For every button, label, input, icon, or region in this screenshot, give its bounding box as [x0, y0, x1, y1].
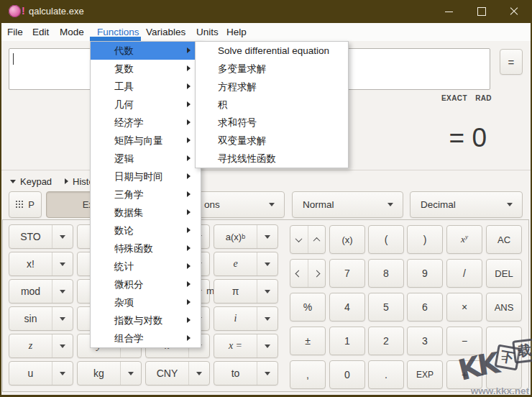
parenthesize-button[interactable]: (x) [329, 225, 365, 254]
ac-button[interactable]: AC [486, 225, 522, 254]
menu-item-combinatorics[interactable]: 组合学 [91, 329, 201, 347]
dropdown-arrow-icon[interactable] [257, 307, 278, 330]
right-paren-button[interactable]: ) [407, 225, 443, 254]
key-0[interactable]: 0 [329, 360, 365, 389]
menu-variables[interactable]: Variables [146, 23, 185, 41]
menu-item-date-time[interactable]: 日期与时间 [91, 168, 201, 186]
keypad-button-e[interactable]: e [214, 252, 278, 276]
keypad-type-button[interactable]: P [9, 191, 42, 218]
chevron-right-icon[interactable] [308, 260, 326, 287]
menu-help[interactable]: Help [226, 23, 247, 41]
keypad-button-kg[interactable]: kg [77, 361, 142, 385]
calculate-button[interactable]: = [500, 49, 523, 75]
multiply-button[interactable]: × [446, 293, 482, 321]
submenu-item-solve-multi[interactable]: 多变量求解 [196, 60, 348, 78]
menu-item-complex[interactable]: 复数 [91, 60, 201, 78]
keypad-button-i[interactable]: i [214, 306, 278, 331]
key-4[interactable]: 4 [329, 293, 365, 321]
minimize-button[interactable] [432, 0, 465, 23]
key-1[interactable]: 1 [329, 327, 365, 355]
dropdown-arrow-icon[interactable] [257, 334, 278, 357]
ans-button[interactable]: ANS [486, 293, 522, 321]
keypad-expander[interactable]: Keypad [10, 175, 52, 187]
keypad-button-power[interactable]: a(x)b [214, 224, 278, 249]
dropdown-arrow-icon[interactable] [52, 362, 73, 385]
cursor-up-down-button[interactable] [290, 225, 326, 254]
submenu-item-linear-function[interactable]: 寻找线性函数 [196, 150, 348, 168]
keypad-button-sto[interactable]: STO [9, 224, 73, 249]
dropdown-arrow-icon[interactable] [52, 280, 73, 303]
key-5[interactable]: 5 [368, 293, 404, 321]
menu-mode[interactable]: Mode [60, 23, 84, 41]
dropdown-arrow-icon[interactable] [257, 362, 278, 385]
keypad-button-to[interactable]: to [214, 361, 278, 385]
add-button[interactable]: + [446, 360, 482, 389]
keypad-button-mod[interactable]: mod [9, 279, 73, 304]
dropdown-arrow-icon[interactable] [52, 307, 73, 330]
menu-item-algebra[interactable]: 代数 [91, 42, 201, 60]
menu-item-utilities[interactable]: 工具 [91, 78, 201, 96]
display-mode-dropdown[interactable]: Normal [292, 191, 403, 218]
menu-edit[interactable]: Edit [32, 23, 49, 41]
keypad-button-cny[interactable]: CNY [145, 361, 210, 385]
cursor-left-right-button[interactable] [290, 259, 326, 288]
menu-item-geometry[interactable]: 几何 [91, 96, 201, 114]
submenu-item-solve-equation[interactable]: 方程求解 [196, 78, 348, 96]
menu-item-special-functions[interactable]: 特殊函数 [91, 239, 201, 257]
dropdown-arrow-icon[interactable] [120, 362, 141, 385]
keypad-button-z[interactable]: z [9, 334, 73, 358]
dropdown-arrow-icon[interactable] [257, 252, 278, 275]
exp-button[interactable]: EXP [407, 360, 443, 389]
submenu-item-sum[interactable]: 求和符号 [196, 114, 348, 132]
key-7[interactable]: 7 [329, 259, 365, 288]
menu-item-statistics[interactable]: 统计 [91, 257, 201, 275]
percent-button[interactable]: % [290, 293, 326, 321]
del-button[interactable]: DEL [486, 259, 522, 288]
decimal-point-button[interactable]: . [368, 360, 404, 389]
menu-item-trigonometry[interactable]: 三角学 [91, 186, 201, 204]
menu-item-exponents-logarithms[interactable]: 指数与对数 [91, 311, 201, 329]
comma-button[interactable]: , [290, 360, 326, 389]
key-9[interactable]: 9 [407, 259, 443, 288]
keypad-button-x-equals[interactable]: x = [214, 334, 278, 358]
keypad-button-unit-u[interactable]: u [9, 361, 73, 385]
dropdown-arrow-icon[interactable] [257, 225, 278, 248]
chevron-down-icon[interactable] [290, 226, 308, 253]
key-8[interactable]: 8 [368, 259, 404, 288]
subtract-button[interactable]: − [446, 327, 482, 355]
fraction-mode-dropdown[interactable]: Decimal [410, 191, 523, 218]
menu-file[interactable]: File [7, 23, 23, 41]
close-button[interactable] [497, 0, 531, 23]
menu-item-logical[interactable]: 逻辑 [91, 150, 201, 168]
menu-units[interactable]: Units [196, 23, 219, 41]
submenu-item-solve-diff-eq[interactable]: Solve differential equation [196, 42, 348, 60]
submenu-item-solve-two-var[interactable]: 双变量求解 [196, 132, 348, 150]
dropdown-arrow-icon[interactable] [188, 362, 209, 385]
key-2[interactable]: 2 [368, 327, 404, 355]
chevron-left-icon[interactable] [290, 260, 308, 287]
keypad-button-sin[interactable]: sin [9, 306, 73, 331]
divide-button[interactable]: / [446, 259, 482, 288]
menu-item-calculus[interactable]: 微积分 [91, 275, 201, 293]
dropdown-arrow-icon[interactable] [52, 252, 73, 275]
keypad-button-factorial[interactable]: x! [9, 252, 73, 276]
menu-item-miscellaneous[interactable]: 杂项 [91, 293, 201, 311]
menu-item-number-theory[interactable]: 数论 [91, 222, 201, 239]
equals-button[interactable]: = [486, 327, 522, 389]
dropdown-arrow-icon[interactable] [52, 225, 73, 248]
menu-item-economics[interactable]: 经济学 [91, 114, 201, 132]
dropdown-arrow-icon[interactable] [257, 280, 278, 303]
menu-item-matrices[interactable]: 矩阵与向量 [91, 132, 201, 150]
chevron-up-icon[interactable] [308, 226, 326, 253]
menu-item-data-sets[interactable]: 数据集 [91, 204, 201, 222]
submenu-item-product[interactable]: 积 [196, 96, 348, 114]
keypad-button-pi[interactable]: π [214, 279, 278, 304]
maximize-button[interactable] [465, 0, 498, 23]
plus-minus-button[interactable]: ± [290, 327, 326, 355]
power-button[interactable]: xy [446, 225, 482, 254]
key-3[interactable]: 3 [407, 327, 443, 355]
title-bar[interactable]: ! qalculate.exe [0, 0, 532, 23]
key-6[interactable]: 6 [407, 293, 443, 321]
left-paren-button[interactable]: ( [368, 225, 404, 254]
dropdown-arrow-icon[interactable] [52, 334, 73, 357]
